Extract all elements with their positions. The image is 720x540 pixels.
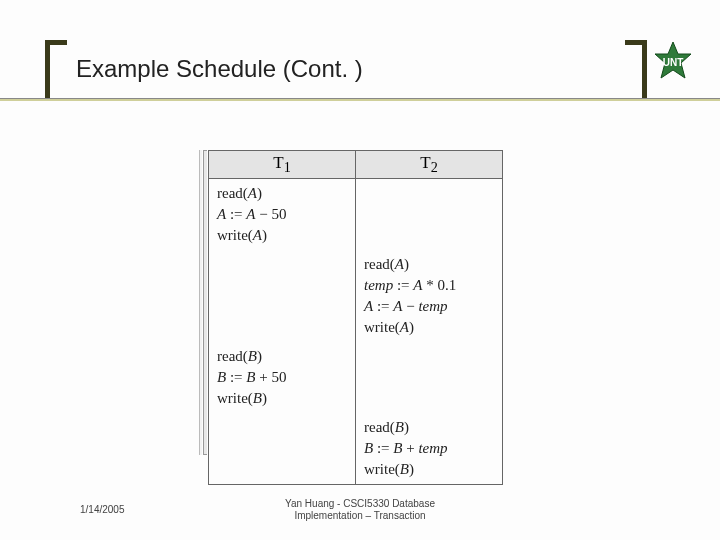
corner-bracket-top-right [625, 40, 647, 100]
schedule-table-container: T1 T2 read(A)A := A − 50write(A)read(A)t… [208, 150, 503, 485]
table-shadow-strip [199, 150, 202, 455]
page-title: Example Schedule (Cont. ) [76, 55, 363, 83]
table-row: read(B)B := B + tempwrite(B) [209, 413, 503, 485]
column-header-t1: T1 [209, 151, 356, 179]
t1-cell: read(A)A := A − 50write(A) [209, 179, 356, 251]
t2-cell: read(B)B := B + tempwrite(B) [356, 413, 503, 485]
t1-cell: read(B)B := B + 50write(B) [209, 342, 356, 413]
table-shadow-strip [203, 150, 207, 455]
t2-cell [356, 342, 503, 413]
footer-attribution: Yan Huang - CSCI5330 Database Implementa… [285, 498, 435, 522]
unt-logo-icon: UNT [651, 40, 695, 84]
t1-cell [209, 250, 356, 342]
title-underline [0, 98, 720, 101]
table-row: read(A)temp := A * 0.1A := A − tempwrite… [209, 250, 503, 342]
corner-bracket-top-left [45, 40, 67, 100]
table-row: read(A)A := A − 50write(A) [209, 179, 503, 251]
t1-cell [209, 413, 356, 485]
t2-cell: read(A)temp := A * 0.1A := A − tempwrite… [356, 250, 503, 342]
table-row: read(B)B := B + 50write(B) [209, 342, 503, 413]
schedule-table: T1 T2 read(A)A := A − 50write(A)read(A)t… [208, 150, 503, 485]
column-header-t2: T2 [356, 151, 503, 179]
svg-text:UNT: UNT [663, 57, 684, 68]
footer-date: 1/14/2005 [80, 504, 125, 515]
t2-cell [356, 179, 503, 251]
